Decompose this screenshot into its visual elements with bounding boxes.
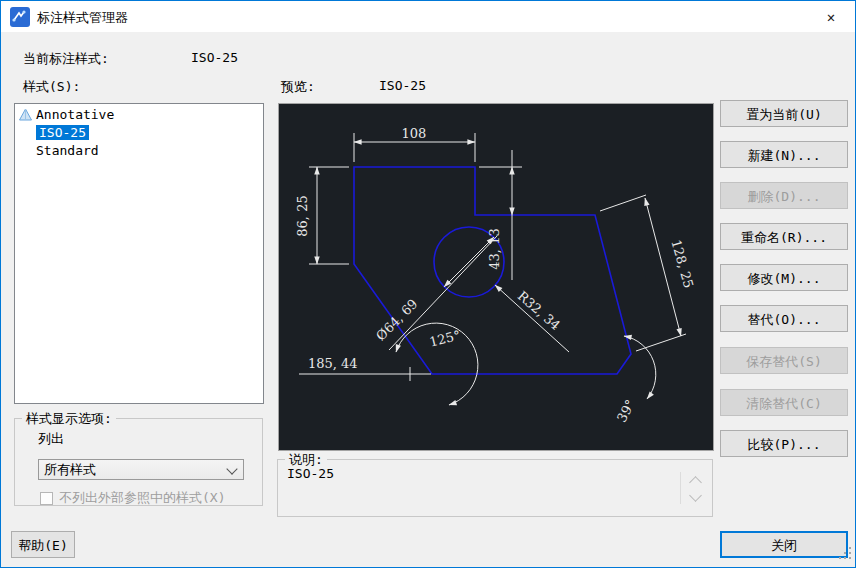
- dim-top-width: 108: [402, 126, 427, 141]
- override-button[interactable]: 替代(O)...: [720, 305, 848, 332]
- style-list: Annotative ISO-25 Standard: [14, 103, 264, 404]
- current-style-label: 当前标注样式:: [23, 50, 109, 68]
- preview-style-value: ISO-25: [379, 78, 426, 93]
- new-button[interactable]: 新建(N)...: [720, 141, 848, 168]
- dim-angle-right: 39°: [614, 397, 638, 424]
- list-item-label-selected: ISO-25: [36, 125, 89, 140]
- rename-button[interactable]: 重命名(R)...: [720, 223, 848, 250]
- app-icon: [10, 7, 30, 27]
- titlebar: 标注样式管理器 ✕: [1, 1, 855, 32]
- current-style-value: ISO-25: [191, 50, 238, 65]
- style-preview-canvas: 108 86, 25 43, 13 128, 25 Ø64, 69 R32, 3…: [278, 103, 714, 451]
- styles-label: 样式(S):: [23, 78, 80, 96]
- dim-bottom-length: 185, 44: [308, 356, 358, 371]
- list-item-iso25[interactable]: ISO-25: [15, 124, 263, 142]
- chevron-down-icon: [226, 463, 237, 474]
- list-filter-combobox-value: 所有样式: [44, 462, 96, 477]
- compare-button[interactable]: 比较(P)...: [720, 430, 848, 457]
- style-display-options-group: 样式显示选项: 列出 所有样式 不列出外部参照中的样式(X): [14, 418, 263, 506]
- set-current-button[interactable]: 置为当前(U): [720, 100, 848, 127]
- list-filter-combobox[interactable]: 所有样式: [38, 459, 244, 480]
- annotative-icon: [18, 108, 33, 122]
- description-group: 说明: ISO-25: [277, 459, 713, 517]
- preview-label: 预览:: [281, 78, 315, 96]
- dimension-preview-drawing: 108 86, 25 43, 13 128, 25 Ø64, 69 R32, 3…: [279, 104, 713, 450]
- dim-radius: R32, 34: [515, 288, 563, 333]
- preview-dimension-texts: 108 86, 25 43, 13 128, 25 Ø64, 69 R32, 3…: [295, 126, 696, 425]
- window-title: 标注样式管理器: [37, 9, 128, 27]
- style-display-options-label: 样式显示选项:: [22, 410, 116, 428]
- dim-step-height: 43, 13: [487, 228, 502, 269]
- close-icon[interactable]: ✕: [808, 2, 854, 31]
- modify-button[interactable]: 修改(M)...: [720, 264, 848, 291]
- list-item-label: Standard: [36, 143, 99, 158]
- description-scroll-divider: [680, 472, 681, 504]
- scroll-down-icon[interactable]: [689, 489, 702, 502]
- help-button[interactable]: 帮助(E): [11, 531, 75, 558]
- list-item-annotative[interactable]: Annotative: [15, 106, 263, 124]
- list-item-label: Annotative: [36, 107, 114, 122]
- save-override-button: 保存替代(S): [720, 347, 848, 374]
- dim-left-height: 86, 25: [295, 195, 310, 236]
- clear-override-button: 清除替代(C): [720, 389, 848, 416]
- hide-xref-styles-row: 不列出外部参照中的样式(X): [40, 489, 225, 507]
- dimension-style-manager-dialog: 标注样式管理器 ✕ 当前标注样式: ISO-25 样式(S): 预览: ISO-…: [0, 0, 856, 568]
- hide-xref-styles-checkbox: [40, 492, 53, 505]
- hide-xref-styles-label: 不列出外部参照中的样式(X): [59, 489, 225, 507]
- dim-angle-left: 125°: [428, 328, 462, 350]
- resize-grip[interactable]: [839, 546, 853, 565]
- scroll-up-icon[interactable]: [689, 476, 702, 489]
- dim-right-length: 128, 25: [668, 238, 696, 290]
- close-button[interactable]: 关闭: [720, 531, 848, 558]
- delete-button: 删除(D)...: [720, 182, 848, 209]
- list-item-standard[interactable]: Standard: [15, 142, 263, 160]
- list-filter-label: 列出: [38, 430, 64, 448]
- dim-diameter: Ø64, 69: [373, 296, 420, 343]
- description-text: ISO-25: [287, 466, 334, 481]
